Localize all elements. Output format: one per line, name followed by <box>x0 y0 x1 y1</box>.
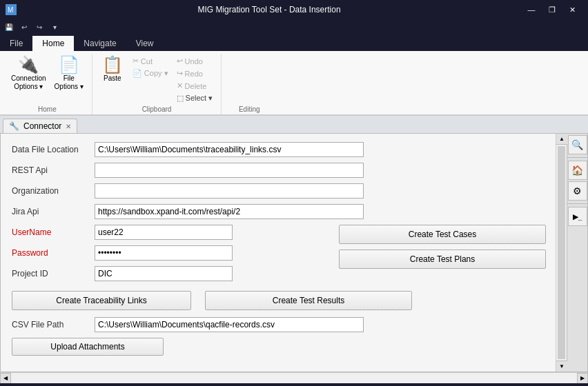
left-column: UserName Password Project ID <box>12 225 325 287</box>
undo-label: Undo <box>185 57 203 65</box>
scroll-up-btn[interactable]: ▲ <box>556 134 567 145</box>
password-row: Password <box>12 245 325 261</box>
password-input[interactable] <box>95 245 233 261</box>
select-icon: ⬚ <box>177 94 184 103</box>
delete-button: ✕ Delete <box>174 80 216 92</box>
data-file-location-row: Data File Location <box>12 142 546 157</box>
side-toolbar: 🔍 🏠 ⚙ ▶_ <box>567 134 587 372</box>
connection-options-button[interactable]: 🔌 ConnectionOptions ▾ <box>8 54 49 92</box>
redo-icon: ↪ <box>177 69 183 78</box>
create-test-results-button[interactable]: Create Test Results <box>205 291 412 310</box>
two-col-section: UserName Password Project ID Cr <box>12 225 546 287</box>
ribbon-home-items: 🔌 ConnectionOptions ▾ 📄 FileOptions ▾ <box>8 54 86 104</box>
window-title: MIG Migration Tool Set - Data Insertion <box>197 5 340 14</box>
side-divider-1 <box>567 157 587 158</box>
scroll-left-btn[interactable]: ◀ <box>0 373 11 384</box>
cut-icon: ✂ <box>133 57 139 65</box>
connector-form: Data File Location REST Api Organization… <box>1 134 587 364</box>
organization-row: Organization <box>12 183 546 199</box>
scroll-right-btn[interactable]: ▶ <box>577 373 588 384</box>
file-options-label: FileOptions ▾ <box>55 74 84 91</box>
delete-icon: ✕ <box>177 81 183 90</box>
clipboard-items: 📋 Paste ✂ Cut 📄 Copy ▾ ↩ <box>98 54 215 104</box>
paste-button[interactable]: 📋 Paste <box>98 54 127 84</box>
create-test-cases-button[interactable]: Create Test Cases <box>339 225 546 244</box>
csv-file-path-input[interactable] <box>95 317 364 332</box>
csv-file-path-row: CSV File Path <box>12 317 546 332</box>
editing-group-label: Editing <box>239 104 260 113</box>
side-home-btn[interactable]: 🏠 <box>568 161 587 180</box>
quick-access-more-btn[interactable]: ▾ <box>48 21 61 33</box>
tab-view[interactable]: View <box>126 36 164 51</box>
restore-button[interactable]: ❐ <box>542 0 562 19</box>
rest-api-input[interactable] <box>95 163 364 178</box>
csv-file-path-label: CSV File Path <box>12 320 95 329</box>
close-tab-btn[interactable]: ✕ <box>66 123 71 130</box>
tab-navigate[interactable]: Navigate <box>74 36 126 51</box>
home-group-label: Home <box>38 104 57 113</box>
ribbon-group-home: 🔌 ConnectionOptions ▾ 📄 FileOptions ▾ Ho… <box>3 54 92 114</box>
ribbon-group-editing: Editing <box>222 54 277 114</box>
clipboard-group-label: Clipboard <box>142 104 172 113</box>
username-label: UserName <box>12 227 95 237</box>
ribbon-content: 🔌 ConnectionOptions ▾ 📄 FileOptions ▾ Ho… <box>0 51 588 115</box>
copy-button: 📄 Copy ▾ <box>130 68 171 79</box>
copy-label: Copy ▾ <box>144 69 168 78</box>
tab-file[interactable]: File <box>0 36 32 51</box>
tab-home[interactable]: Home <box>32 36 74 51</box>
ribbon-tabs: File Home Navigate View <box>0 34 588 51</box>
minimize-button[interactable]: — <box>522 0 541 19</box>
rest-api-row: REST Api <box>12 163 546 178</box>
select-button[interactable]: ⬚ Select ▾ <box>174 92 216 104</box>
redo-button: ↪ Redo <box>174 68 216 79</box>
connector-tab-icon: 🔧 <box>9 121 19 131</box>
side-terminal-btn[interactable]: ▶_ <box>568 207 587 226</box>
password-label: Password <box>12 248 95 258</box>
app-icon: M <box>6 4 17 15</box>
redo-label: Redo <box>185 70 203 78</box>
undo-quick-btn[interactable]: ↩ <box>18 21 30 33</box>
scroll-thumb[interactable] <box>558 146 565 359</box>
save-quick-btn[interactable]: 💾 <box>3 21 15 33</box>
organization-label: Organization <box>12 186 95 196</box>
right-column: Create Test Cases Create Test Plans <box>339 225 546 287</box>
redo-quick-btn[interactable]: ↪ <box>33 21 46 33</box>
username-row: UserName <box>12 225 325 240</box>
connector-tab[interactable]: 🔧 Connector ✕ <box>3 119 77 133</box>
delete-label: Delete <box>185 82 207 90</box>
upload-attachments-button[interactable]: Upload Attachments <box>12 338 164 356</box>
username-input[interactable] <box>95 225 233 240</box>
project-id-input[interactable] <box>95 266 233 281</box>
organization-input[interactable] <box>95 183 364 199</box>
side-divider-2 <box>567 203 587 204</box>
file-options-button[interactable]: 📄 FileOptions ▾ <box>52 54 86 92</box>
select-label: Select ▾ <box>186 94 213 103</box>
data-file-location-input[interactable] <box>95 142 364 157</box>
connector-tab-label: Connector <box>23 121 61 131</box>
connector-panel: Data File Location REST Api Organization… <box>0 133 588 372</box>
title-bar: M MIG Migration Tool Set - Data Insertio… <box>0 0 588 19</box>
project-id-label: Project ID <box>12 269 95 278</box>
tab-bar: 🔧 Connector ✕ <box>0 116 588 133</box>
cut-button: ✂ Cut <box>130 55 171 67</box>
editing-small-buttons: ↩ Undo ↪ Redo ✕ Delete ⬚ Select ▾ <box>174 54 216 104</box>
horizontal-scrollbar[interactable]: ◀ ▶ <box>0 372 588 383</box>
side-settings-btn[interactable]: ⚙ <box>568 181 587 201</box>
ribbon: File Home Navigate View 🔌 ConnectionOpti… <box>0 34 588 116</box>
svg-text:M: M <box>8 6 13 14</box>
close-button[interactable]: ✕ <box>563 0 582 19</box>
create-traceability-links-button[interactable]: Create Traceability Links <box>12 291 191 310</box>
window-controls: — ❐ ✕ <box>522 0 582 19</box>
paste-label: Paste <box>104 74 121 83</box>
undo-icon: ↩ <box>177 57 183 65</box>
create-test-plans-button[interactable]: Create Test Plans <box>339 250 546 269</box>
jira-api-input[interactable] <box>95 204 364 219</box>
connection-icon: 🔌 <box>18 55 39 74</box>
vertical-scrollbar[interactable]: ▲ ▼ <box>556 134 567 372</box>
paste-icon: 📋 <box>102 55 123 74</box>
side-search-btn[interactable]: 🔍 <box>568 135 587 154</box>
upload-attachments-row: Upload Attachments <box>12 338 546 356</box>
file-icon: 📄 <box>59 55 79 74</box>
scroll-down-btn[interactable]: ▼ <box>556 360 567 372</box>
main-area: 🔧 Connector ✕ Data File Location REST Ap… <box>0 116 588 383</box>
